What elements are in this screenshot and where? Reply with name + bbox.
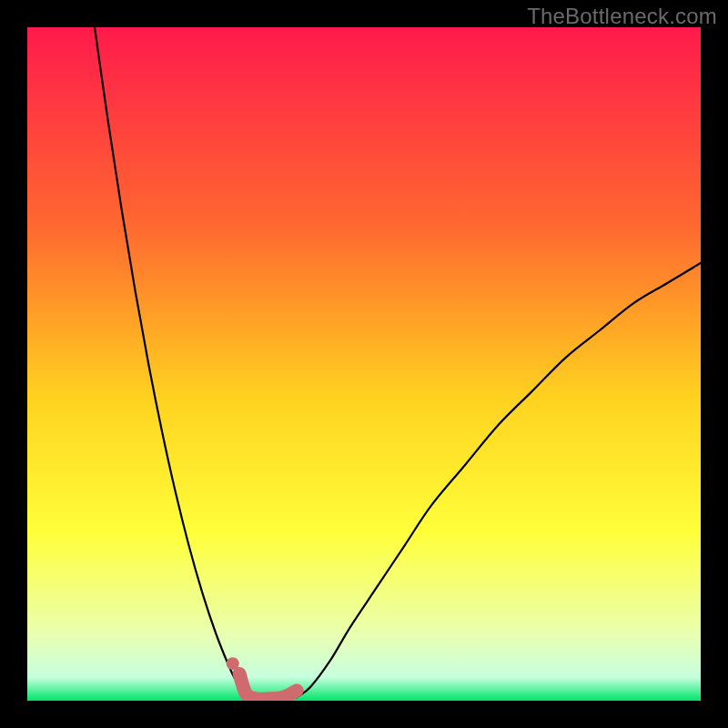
watermark-text: TheBottleneck.com <box>527 4 717 29</box>
series-highlight-dot <box>227 657 239 670</box>
gradient-background <box>27 27 701 701</box>
outer-frame: TheBottleneck.com <box>0 0 728 728</box>
plot-area <box>27 27 701 701</box>
chart-svg <box>27 27 701 701</box>
